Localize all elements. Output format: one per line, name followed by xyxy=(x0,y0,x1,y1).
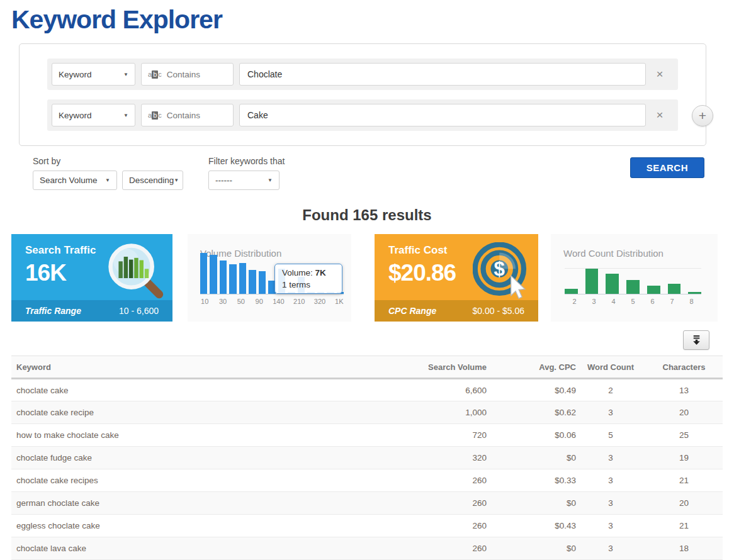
table-cell: 2 xyxy=(576,379,645,401)
word-count-bar[interactable] xyxy=(668,284,681,294)
axis-tick-label: 10 xyxy=(200,298,209,305)
page-title: Keyword Explorer xyxy=(11,5,723,35)
keyword-input[interactable] xyxy=(239,63,646,86)
keyword-input[interactable] xyxy=(239,104,646,126)
table-cell: $0 xyxy=(487,447,576,469)
word-count-distribution-title: Word Count Distribution xyxy=(563,248,663,259)
magnifier-bars-icon xyxy=(107,242,165,300)
filter-row: Keyword ▼ abc Contains × xyxy=(47,99,678,131)
field-select-value: Keyword xyxy=(59,111,92,120)
sort-direction-value: Descending xyxy=(129,176,174,185)
filter-builder-panel: Keyword ▼ abc Contains × Keyword ▼ abc C… xyxy=(19,43,706,146)
table-cell: 13 xyxy=(645,379,723,401)
axis-tick-label xyxy=(285,298,293,305)
table-row: how to make choclate cake720$0.06525 xyxy=(11,424,723,447)
column-header-avg-cpc: Avg. CPC xyxy=(487,356,576,379)
word-count-bar[interactable] xyxy=(565,289,578,294)
svg-text:$: $ xyxy=(494,258,505,280)
chevron-down-icon: ▼ xyxy=(268,177,273,183)
column-header-search-volume: Search Volume xyxy=(402,356,487,379)
table-cell: 6,600 xyxy=(402,379,487,401)
axis-tick-label xyxy=(246,298,254,305)
table-cell: 3 xyxy=(576,537,645,560)
tooltip-value: 7K xyxy=(315,268,326,277)
word-count-bar[interactable] xyxy=(606,274,619,294)
table-cell: 18 xyxy=(645,537,723,560)
volume-bar[interactable] xyxy=(200,253,207,294)
download-button[interactable] xyxy=(683,330,709,350)
cpc-range-value: $0.00 - $5.06 xyxy=(472,306,524,316)
axis-tick-label: 1K xyxy=(335,298,344,305)
volume-bar[interactable] xyxy=(239,263,246,294)
volume-bar[interactable] xyxy=(259,271,266,294)
axis-tick-label: 4 xyxy=(604,298,623,305)
axis-tick-label: 8 xyxy=(682,298,701,305)
axis-tick-label: 30 xyxy=(218,298,227,305)
table-cell: 5 xyxy=(576,424,645,447)
table-cell: 320 xyxy=(402,447,487,469)
word-count-bar[interactable] xyxy=(585,269,599,294)
table-cell: $0.33 xyxy=(487,469,576,492)
axis-tick-label: 5 xyxy=(623,298,643,305)
volume-bar[interactable] xyxy=(229,264,236,294)
table-cell: 260 xyxy=(402,469,487,492)
axis-tick-label: 50 xyxy=(237,298,246,305)
add-filter-button[interactable]: + xyxy=(692,105,713,126)
table-cell: 1,000 xyxy=(402,401,487,424)
results-table-body: choclate cake6,600$0.49213choclate cake … xyxy=(11,379,723,560)
table-row: german choclate cake260$0320 xyxy=(11,492,723,515)
table-cell: $0.62 xyxy=(487,401,576,424)
operator-select[interactable]: abc Contains xyxy=(141,104,234,126)
table-cell: 20 xyxy=(645,401,723,424)
word-count-bar[interactable] xyxy=(647,286,660,294)
sort-by-group: Sort by Search Volume ▼ Descending ▼ xyxy=(33,156,183,190)
plus-icon: + xyxy=(699,108,706,123)
field-select[interactable]: Keyword ▼ xyxy=(52,63,135,86)
table-cell: $0 xyxy=(487,537,576,560)
table-cell: 3 xyxy=(576,469,645,492)
field-select[interactable]: Keyword ▼ xyxy=(52,104,135,126)
table-cell: 3 xyxy=(576,447,645,469)
keyword-filter-group: Filter keywords that ------ ▼ xyxy=(208,156,285,190)
volume-bar[interactable] xyxy=(249,270,256,294)
remove-filter-button[interactable]: × xyxy=(646,104,674,126)
table-cell: 20 xyxy=(645,492,723,515)
column-header-keyword: Keyword xyxy=(11,356,402,379)
tooltip-label: Volume: xyxy=(282,268,313,277)
table-cell: 260 xyxy=(402,492,487,515)
keyword-filter-value: ------ xyxy=(215,176,232,185)
table-row: choclate fudge cake320$0319 xyxy=(11,447,723,469)
axis-tick-label: 320 xyxy=(314,298,325,305)
table-row: eggless choclate cake260$0.43321 xyxy=(11,515,723,537)
chevron-down-icon: ▼ xyxy=(123,113,128,118)
volume-bar[interactable] xyxy=(220,260,227,294)
download-icon xyxy=(691,335,702,345)
search-traffic-card: Search Traffic 16K Traffic Range 10 - 6,… xyxy=(11,234,172,322)
volume-bar[interactable] xyxy=(210,255,217,294)
table-header-row: Keyword Search Volume Avg. CPC Word Coun… xyxy=(11,356,723,379)
search-button[interactable]: SEARCH xyxy=(630,157,704,178)
volume-distribution-card: Volume Distribution 103050901402103201K … xyxy=(188,234,351,322)
table-cell: $0.49 xyxy=(487,379,576,401)
keyword-filter-select[interactable]: ------ ▼ xyxy=(208,171,279,190)
table-row: choclate lava cake260$0318 xyxy=(11,537,723,560)
volume-axis-labels: 103050901402103201K xyxy=(200,298,344,305)
table-cell: german choclate cake xyxy=(11,492,402,515)
word-count-bar[interactable] xyxy=(688,292,701,294)
word-count-bar[interactable] xyxy=(626,280,640,294)
table-cell: 260 xyxy=(402,537,487,560)
table-cell: how to make choclate cake xyxy=(11,424,402,447)
word-count-bars xyxy=(565,268,701,294)
table-cell: choclate lava cake xyxy=(11,537,402,560)
sort-direction-select[interactable]: Descending ▼ xyxy=(122,171,183,190)
remove-filter-button[interactable]: × xyxy=(646,63,674,86)
table-cell: 3 xyxy=(576,401,645,424)
table-cell: 25 xyxy=(645,424,723,447)
keyword-filter-label: Filter keywords that xyxy=(208,156,285,166)
sort-field-select[interactable]: Search Volume ▼ xyxy=(33,171,117,190)
sort-by-label: Sort by xyxy=(33,156,183,166)
table-cell: eggless choclate cake xyxy=(11,515,402,537)
traffic-range-value: 10 - 6,600 xyxy=(119,306,159,316)
operator-select[interactable]: abc Contains xyxy=(141,63,234,86)
results-table: Keyword Search Volume Avg. CPC Word Coun… xyxy=(11,356,723,560)
